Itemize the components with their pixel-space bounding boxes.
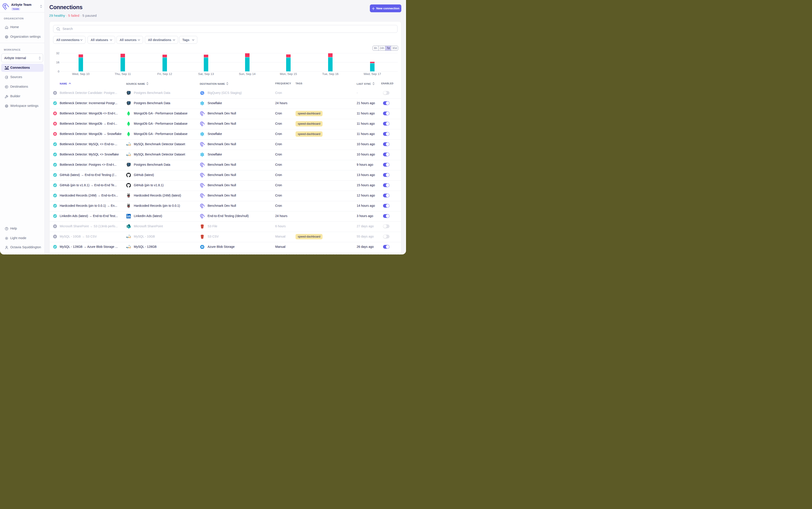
svg-text:SQL: SQL <box>128 144 131 146</box>
svg-text:SQL: SQL <box>128 236 131 238</box>
svg-text:S: S <box>127 225 129 228</box>
svg-text:SQL: SQL <box>128 154 131 156</box>
svg-text:SQL: SQL <box>128 246 131 248</box>
